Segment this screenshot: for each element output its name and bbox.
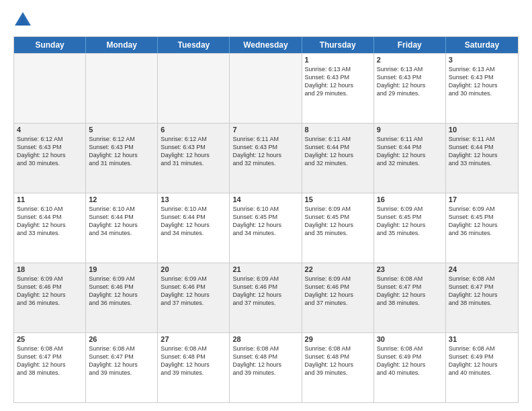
calendar-row-1: 4Sunrise: 6:12 AM Sunset: 6:43 PM Daylig… bbox=[14, 123, 518, 193]
calendar-cell: 15Sunrise: 6:09 AM Sunset: 6:45 PM Dayli… bbox=[302, 193, 374, 263]
day-number: 3 bbox=[449, 56, 515, 64]
calendar-cell bbox=[230, 54, 302, 123]
day-number: 28 bbox=[232, 335, 298, 343]
calendar-cell: 30Sunrise: 6:08 AM Sunset: 6:49 PM Dayli… bbox=[374, 333, 446, 402]
day-number: 31 bbox=[449, 335, 515, 343]
day-number: 5 bbox=[89, 126, 154, 134]
day-number: 1 bbox=[305, 56, 371, 64]
logo bbox=[13, 11, 35, 30]
cell-info: Sunrise: 6:08 AM Sunset: 6:49 PM Dayligh… bbox=[449, 345, 515, 377]
cell-info: Sunrise: 6:09 AM Sunset: 6:45 PM Dayligh… bbox=[449, 205, 515, 238]
day-number: 21 bbox=[232, 265, 298, 273]
calendar-cell: 10Sunrise: 6:11 AM Sunset: 6:44 PM Dayli… bbox=[446, 124, 518, 193]
calendar-cell bbox=[14, 54, 86, 123]
day-number: 12 bbox=[89, 195, 154, 203]
calendar-cell: 2Sunrise: 6:13 AM Sunset: 6:43 PM Daylig… bbox=[374, 54, 446, 123]
day-number: 26 bbox=[89, 335, 154, 343]
day-number: 20 bbox=[161, 265, 226, 273]
cell-info: Sunrise: 6:09 AM Sunset: 6:46 PM Dayligh… bbox=[161, 275, 226, 308]
header-day-sunday: Sunday bbox=[14, 37, 86, 53]
calendar-cell bbox=[158, 54, 230, 123]
header-day-saturday: Saturday bbox=[446, 37, 518, 53]
calendar-cell: 29Sunrise: 6:08 AM Sunset: 6:48 PM Dayli… bbox=[302, 333, 374, 402]
calendar-cell: 17Sunrise: 6:09 AM Sunset: 6:45 PM Dayli… bbox=[446, 193, 518, 263]
calendar-cell: 31Sunrise: 6:08 AM Sunset: 6:49 PM Dayli… bbox=[446, 333, 518, 402]
header-day-thursday: Thursday bbox=[302, 37, 374, 53]
header-day-tuesday: Tuesday bbox=[158, 37, 230, 53]
day-number: 17 bbox=[449, 195, 515, 203]
logo-icon bbox=[13, 11, 32, 30]
calendar-cell: 11Sunrise: 6:10 AM Sunset: 6:44 PM Dayli… bbox=[14, 193, 86, 263]
day-number: 10 bbox=[449, 126, 515, 134]
cell-info: Sunrise: 6:09 AM Sunset: 6:45 PM Dayligh… bbox=[305, 205, 371, 238]
cell-info: Sunrise: 6:12 AM Sunset: 6:43 PM Dayligh… bbox=[89, 135, 154, 168]
cell-info: Sunrise: 6:12 AM Sunset: 6:43 PM Dayligh… bbox=[161, 135, 226, 168]
cell-info: Sunrise: 6:13 AM Sunset: 6:43 PM Dayligh… bbox=[377, 65, 443, 98]
cell-info: Sunrise: 6:08 AM Sunset: 6:48 PM Dayligh… bbox=[305, 345, 371, 377]
day-number: 22 bbox=[305, 265, 371, 273]
calendar-cell bbox=[86, 54, 158, 123]
day-number: 19 bbox=[89, 265, 154, 273]
calendar-row-3: 18Sunrise: 6:09 AM Sunset: 6:46 PM Dayli… bbox=[14, 263, 518, 332]
day-number: 9 bbox=[377, 126, 443, 134]
calendar-cell: 20Sunrise: 6:09 AM Sunset: 6:46 PM Dayli… bbox=[158, 263, 230, 332]
cell-info: Sunrise: 6:10 AM Sunset: 6:44 PM Dayligh… bbox=[161, 205, 226, 238]
day-number: 15 bbox=[305, 195, 371, 203]
calendar-cell: 3Sunrise: 6:13 AM Sunset: 6:43 PM Daylig… bbox=[446, 54, 518, 123]
day-number: 6 bbox=[161, 126, 226, 134]
calendar-cell: 25Sunrise: 6:08 AM Sunset: 6:47 PM Dayli… bbox=[14, 333, 86, 402]
calendar-header: SundayMondayTuesdayWednesdayThursdayFrid… bbox=[14, 37, 518, 53]
calendar-cell: 21Sunrise: 6:09 AM Sunset: 6:46 PM Dayli… bbox=[230, 263, 302, 332]
header-day-wednesday: Wednesday bbox=[230, 37, 302, 53]
day-number: 27 bbox=[161, 335, 226, 343]
calendar-cell: 27Sunrise: 6:08 AM Sunset: 6:48 PM Dayli… bbox=[158, 333, 230, 402]
cell-info: Sunrise: 6:09 AM Sunset: 6:46 PM Dayligh… bbox=[305, 275, 371, 308]
calendar-cell: 23Sunrise: 6:08 AM Sunset: 6:47 PM Dayli… bbox=[374, 263, 446, 332]
cell-info: Sunrise: 6:13 AM Sunset: 6:43 PM Dayligh… bbox=[305, 65, 371, 98]
calendar-cell: 9Sunrise: 6:11 AM Sunset: 6:44 PM Daylig… bbox=[374, 124, 446, 193]
cell-info: Sunrise: 6:10 AM Sunset: 6:45 PM Dayligh… bbox=[232, 205, 298, 238]
header bbox=[13, 11, 519, 30]
calendar-cell: 8Sunrise: 6:11 AM Sunset: 6:44 PM Daylig… bbox=[302, 124, 374, 193]
calendar-cell: 26Sunrise: 6:08 AM Sunset: 6:47 PM Dayli… bbox=[86, 333, 158, 402]
cell-info: Sunrise: 6:08 AM Sunset: 6:48 PM Dayligh… bbox=[161, 345, 226, 377]
calendar-cell: 5Sunrise: 6:12 AM Sunset: 6:43 PM Daylig… bbox=[86, 124, 158, 193]
calendar-cell: 19Sunrise: 6:09 AM Sunset: 6:46 PM Dayli… bbox=[86, 263, 158, 332]
calendar-body: 1Sunrise: 6:13 AM Sunset: 6:43 PM Daylig… bbox=[14, 53, 518, 402]
day-number: 8 bbox=[305, 126, 371, 134]
calendar-cell: 6Sunrise: 6:12 AM Sunset: 6:43 PM Daylig… bbox=[158, 124, 230, 193]
day-number: 2 bbox=[377, 56, 443, 64]
day-number: 18 bbox=[17, 265, 83, 273]
cell-info: Sunrise: 6:11 AM Sunset: 6:44 PM Dayligh… bbox=[449, 135, 515, 168]
cell-info: Sunrise: 6:08 AM Sunset: 6:47 PM Dayligh… bbox=[377, 275, 443, 308]
calendar-row-4: 25Sunrise: 6:08 AM Sunset: 6:47 PM Dayli… bbox=[14, 332, 518, 402]
cell-info: Sunrise: 6:13 AM Sunset: 6:43 PM Dayligh… bbox=[449, 65, 515, 98]
cell-info: Sunrise: 6:10 AM Sunset: 6:44 PM Dayligh… bbox=[89, 205, 154, 238]
cell-info: Sunrise: 6:09 AM Sunset: 6:46 PM Dayligh… bbox=[232, 275, 298, 308]
header-day-monday: Monday bbox=[86, 37, 158, 53]
day-number: 7 bbox=[232, 126, 298, 134]
cell-info: Sunrise: 6:09 AM Sunset: 6:46 PM Dayligh… bbox=[89, 275, 154, 308]
day-number: 25 bbox=[17, 335, 83, 343]
cell-info: Sunrise: 6:08 AM Sunset: 6:49 PM Dayligh… bbox=[377, 345, 443, 377]
day-number: 24 bbox=[449, 265, 515, 273]
cell-info: Sunrise: 6:08 AM Sunset: 6:47 PM Dayligh… bbox=[89, 345, 154, 377]
calendar-row-2: 11Sunrise: 6:10 AM Sunset: 6:44 PM Dayli… bbox=[14, 193, 518, 263]
cell-info: Sunrise: 6:09 AM Sunset: 6:46 PM Dayligh… bbox=[17, 275, 83, 308]
cell-info: Sunrise: 6:08 AM Sunset: 6:47 PM Dayligh… bbox=[449, 275, 515, 308]
cell-info: Sunrise: 6:11 AM Sunset: 6:43 PM Dayligh… bbox=[232, 135, 298, 168]
cell-info: Sunrise: 6:08 AM Sunset: 6:47 PM Dayligh… bbox=[17, 345, 83, 377]
calendar-cell: 16Sunrise: 6:09 AM Sunset: 6:45 PM Dayli… bbox=[374, 193, 446, 263]
calendar-row-0: 1Sunrise: 6:13 AM Sunset: 6:43 PM Daylig… bbox=[14, 53, 518, 123]
cell-info: Sunrise: 6:12 AM Sunset: 6:43 PM Dayligh… bbox=[17, 135, 83, 168]
calendar-cell: 22Sunrise: 6:09 AM Sunset: 6:46 PM Dayli… bbox=[302, 263, 374, 332]
cell-info: Sunrise: 6:11 AM Sunset: 6:44 PM Dayligh… bbox=[305, 135, 371, 168]
calendar: SundayMondayTuesdayWednesdayThursdayFrid… bbox=[13, 36, 519, 403]
calendar-cell: 13Sunrise: 6:10 AM Sunset: 6:44 PM Dayli… bbox=[158, 193, 230, 263]
calendar-cell: 18Sunrise: 6:09 AM Sunset: 6:46 PM Dayli… bbox=[14, 263, 86, 332]
header-day-friday: Friday bbox=[374, 37, 446, 53]
day-number: 11 bbox=[17, 195, 83, 203]
cell-info: Sunrise: 6:08 AM Sunset: 6:48 PM Dayligh… bbox=[232, 345, 298, 377]
day-number: 13 bbox=[161, 195, 226, 203]
cell-info: Sunrise: 6:09 AM Sunset: 6:45 PM Dayligh… bbox=[377, 205, 443, 238]
